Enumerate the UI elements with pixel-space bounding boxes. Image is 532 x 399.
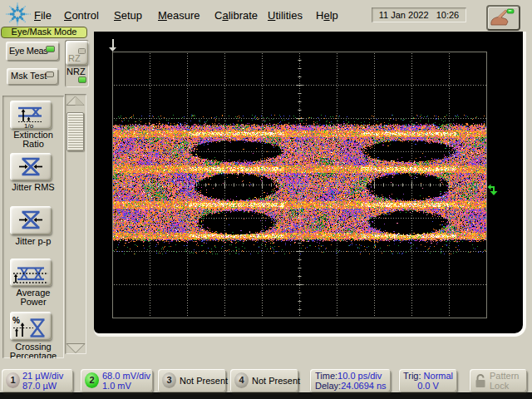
svg-text:1/o: 1/o — [24, 122, 34, 130]
svg-text:%: % — [12, 316, 20, 325]
